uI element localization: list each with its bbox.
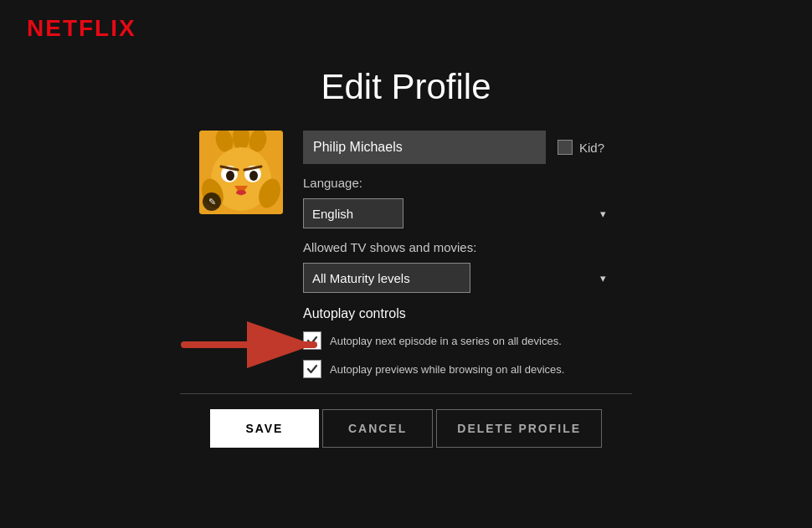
autoplay-previews-checkbox[interactable] (303, 360, 321, 378)
kid-checkbox[interactable] (558, 140, 573, 155)
allowed-select[interactable]: All Maturity levels 18+ 16+ 13+ 7+ Littl… (303, 263, 470, 293)
save-button[interactable]: SAVE (210, 409, 319, 448)
autoplay-next-text: Autoplay next episode in a series on all… (330, 335, 562, 347)
page-container: Edit Profile (0, 0, 812, 448)
autoplay-next-row: Autoplay next episode in a series on all… (303, 331, 613, 350)
netflix-logo: NETFLIX (27, 15, 136, 42)
language-select[interactable]: English Spanish French German Japanese (303, 198, 403, 228)
autoplay-label: Autoplay controls (303, 306, 613, 321)
language-label: Language: (303, 176, 613, 190)
name-input[interactable] (303, 131, 546, 164)
action-buttons: SAVE CANCEL DELETE PROFILE (210, 409, 602, 448)
allowed-label: Allowed TV shows and movies: (303, 240, 613, 254)
cancel-button[interactable]: CANCEL (322, 409, 433, 448)
autoplay-next-checkbox[interactable] (303, 331, 321, 350)
divider (180, 393, 632, 394)
autoplay-previews-row: Autoplay previews while browsing on all … (303, 360, 613, 378)
kid-label: Kid? (558, 140, 604, 155)
svg-point-7 (226, 171, 234, 181)
edit-area: ✎ Kid? Language: English Spanish French … (199, 131, 613, 378)
kid-label-text: Kid? (579, 141, 604, 155)
avatar-container: ✎ (199, 131, 283, 214)
language-select-wrapper: English Spanish French German Japanese (303, 198, 613, 228)
avatar-edit-button[interactable]: ✎ (203, 192, 221, 211)
autoplay-previews-text: Autoplay previews while browsing on all … (330, 363, 564, 376)
allowed-select-wrapper: All Maturity levels 18+ 16+ 13+ 7+ Littl… (303, 263, 613, 293)
svg-point-12 (236, 190, 246, 195)
svg-point-8 (249, 171, 258, 181)
form-area: Kid? Language: English Spanish French Ge… (303, 131, 613, 378)
name-row: Kid? (303, 131, 613, 164)
page-title: Edit Profile (321, 67, 491, 107)
delete-profile-button[interactable]: DELETE PROFILE (436, 409, 602, 448)
